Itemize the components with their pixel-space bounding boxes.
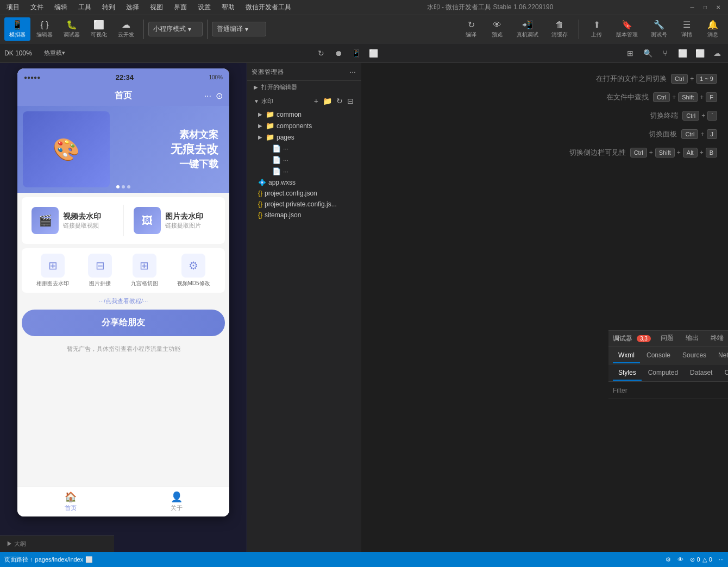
menu-item-file[interactable]: 文件 xyxy=(28,2,46,13)
toolbar-right: ↻ 编译 👁 预览 📲 真机调试 🗑 清缓存 ⬆ 上传 🔖 版本管理 🔧 测试号 xyxy=(460,17,724,41)
menu-item-edit[interactable]: 编辑 xyxy=(52,2,70,13)
tree-pages[interactable]: ▶ 📁 pages xyxy=(247,131,361,143)
tree-pages-sub1[interactable]: 📄 ··· xyxy=(247,143,361,154)
status-gear[interactable]: ⚙ xyxy=(666,556,671,563)
refresh-button[interactable]: ↻ xyxy=(315,47,328,60)
menu-item-help[interactable]: 帮助 xyxy=(219,2,237,13)
clear-cache-button[interactable]: 🗑 清缓存 xyxy=(547,18,572,41)
debug-tab-terminal[interactable]: 终端 xyxy=(705,330,728,347)
share-button[interactable]: 分享给朋友 xyxy=(22,310,225,336)
open-editors-section[interactable]: ▶ 打开的编辑器 xyxy=(247,81,361,93)
menu-item-select[interactable]: 选择 xyxy=(124,2,141,13)
compile-select[interactable]: 普通编译 ▾ xyxy=(212,22,266,36)
status-more[interactable]: ··· xyxy=(719,556,724,563)
devtools-tab-wxml[interactable]: Wxml xyxy=(613,348,640,363)
detail-button[interactable]: ☰ 详情 xyxy=(676,17,698,41)
menu-item-tools[interactable]: 工具 xyxy=(76,2,93,13)
search-icon[interactable]: 🔍 xyxy=(641,47,654,60)
mode-label: 小程序模式 xyxy=(153,24,186,34)
visible-label: 可视化 xyxy=(91,31,107,39)
visible-button[interactable]: ⬜ 可视化 xyxy=(86,17,112,41)
tree-sitemap[interactable]: {} sitemap.json xyxy=(247,210,361,220)
close-button[interactable]: ✕ xyxy=(713,2,724,13)
compile-button[interactable]: ↻ 编译 xyxy=(460,17,482,41)
tree-pages-sub2[interactable]: 📄 ··· xyxy=(247,154,361,166)
grid-icon[interactable]: ⬜ xyxy=(676,47,689,60)
feature-video[interactable]: 🎬 视频去水印 链接提取视频 xyxy=(27,203,118,238)
new-folder-icon[interactable]: 📁 xyxy=(322,96,333,106)
tab-icon[interactable]: ⊞ xyxy=(624,47,637,60)
menu-item-project[interactable]: 项目 xyxy=(4,2,22,13)
simulator-button[interactable]: 📱 模拟器 xyxy=(4,17,30,41)
devtools-tab-console[interactable]: Console xyxy=(641,348,676,363)
message-button[interactable]: 🔔 消息 xyxy=(702,17,724,41)
split-icon[interactable]: ⬜ xyxy=(693,47,706,60)
tool-grid[interactable]: ⊞ 九宫格切图 xyxy=(131,254,158,287)
menu-item-settings[interactable]: 设置 xyxy=(196,2,213,13)
large-outline-toggle[interactable]: ▶ 大纲 xyxy=(7,540,26,548)
message-btn-label: 消息 xyxy=(707,31,718,39)
debug-tab-output[interactable]: 输出 xyxy=(680,330,704,347)
tree-pages-sub3[interactable]: 📄 ··· xyxy=(247,166,361,177)
cloud-file-icon[interactable]: ☁ xyxy=(711,47,724,60)
insp-tab-component-data[interactable]: Component Data xyxy=(719,366,728,381)
debugger-button[interactable]: 🐛 调试器 xyxy=(59,17,85,41)
hot-compile-toggle[interactable]: 热重载▾ xyxy=(39,47,71,60)
explorer-more-icon[interactable]: ··· xyxy=(348,66,357,77)
menu-item-goto[interactable]: 转到 xyxy=(100,2,117,13)
version-mgmt-button[interactable]: 🔖 版本管理 xyxy=(612,17,642,41)
clear-btn-label: 清缓存 xyxy=(551,31,568,39)
upload-button[interactable]: ⬆ 上传 xyxy=(586,17,607,41)
minimize-button[interactable]: ─ xyxy=(687,2,698,13)
cloud-button[interactable]: ☁ 云开发 xyxy=(113,17,139,41)
debug-tab-issues[interactable]: 问题 xyxy=(655,330,679,347)
new-file-icon[interactable]: + xyxy=(313,96,319,106)
insp-tab-dataset[interactable]: Dataset xyxy=(685,366,718,381)
status-page-path[interactable]: 页面路径 ↑ pages/index/index ⬜ xyxy=(4,556,93,564)
phone-more-btn[interactable]: ··· ⊙ xyxy=(204,91,223,101)
status-eye[interactable]: 👁 xyxy=(677,556,683,563)
tree-project-private[interactable]: {} project.private.config.js... xyxy=(247,199,361,210)
tree-components[interactable]: ▶ 📁 components xyxy=(247,120,361,131)
nav-about[interactable]: 👤 关于 xyxy=(123,491,229,512)
project-section[interactable]: ▼ 水印 + 📁 ↻ ⊟ xyxy=(247,93,361,109)
sub1-folder-icon: 📄 xyxy=(272,144,281,153)
test-button[interactable]: 🔧 测试号 xyxy=(647,17,671,41)
mode-select[interactable]: 小程序模式 ▾ xyxy=(148,22,203,36)
menu-item-view[interactable]: 视图 xyxy=(148,2,165,13)
tree-project-config[interactable]: {} project.config.json xyxy=(247,188,361,199)
collapse-all-icon[interactable]: ⊟ xyxy=(346,96,355,106)
sub2-folder-icon: 📄 xyxy=(272,156,281,164)
tutorial-link[interactable]: ···/点我查看教程/··· xyxy=(17,297,229,305)
git-icon[interactable]: ⑂ xyxy=(658,47,671,60)
maximize-button[interactable]: □ xyxy=(700,2,711,13)
menu-item-wechat[interactable]: 微信开发者工具 xyxy=(243,2,293,13)
insp-tab-styles[interactable]: Styles xyxy=(613,366,642,381)
devtools-tab-sources[interactable]: Sources xyxy=(677,348,712,363)
device-button[interactable]: 📱 xyxy=(349,47,362,60)
pages-folder-icon: 📁 xyxy=(266,133,274,141)
debugger-panel: 调试器 3,3 问题 输出 终端 代码质量 ⛔ 3 ⚠ 3 xyxy=(608,330,728,537)
insp-tab-computed[interactable]: Computed xyxy=(643,366,683,381)
rotate-button[interactable]: ⬜ xyxy=(367,47,380,60)
filter-input[interactable] xyxy=(613,387,728,394)
tool-album[interactable]: ⊞ 相册图去水印 xyxy=(36,254,69,287)
nav-home[interactable]: 🏠 首页 xyxy=(17,491,123,512)
tree-appwxss[interactable]: 💠 app.wxss xyxy=(247,177,361,188)
status-errors: ⊘ 0 △ 0 xyxy=(690,556,712,563)
status-right: ⚙ 👁 ⊘ 0 △ 0 ··· xyxy=(666,556,724,563)
editor-button[interactable]: { } 编辑器 xyxy=(32,18,58,41)
feature-image[interactable]: 🖼 图片去水印 链接提取图片 xyxy=(129,203,220,238)
menu-item-interface[interactable]: 界面 xyxy=(172,2,189,13)
tool-md5[interactable]: ⚙ 视频MD5修改 xyxy=(177,254,210,287)
record-button[interactable]: ⏺ xyxy=(332,47,345,60)
preview-button[interactable]: 👁 预览 xyxy=(486,18,508,41)
banner-dot-3 xyxy=(127,185,130,188)
key-shift-2: Shift xyxy=(655,148,675,158)
refresh-icon[interactable]: ↻ xyxy=(335,96,344,106)
real-device-button[interactable]: 📲 真机调试 xyxy=(512,17,543,41)
tree-common[interactable]: ▶ 📁 common xyxy=(247,109,361,120)
tool-collage-icon: ⊟ xyxy=(88,254,112,278)
devtools-tab-network[interactable]: Network xyxy=(713,348,728,363)
tool-collage[interactable]: ⊟ 图片拼接 xyxy=(88,254,112,287)
